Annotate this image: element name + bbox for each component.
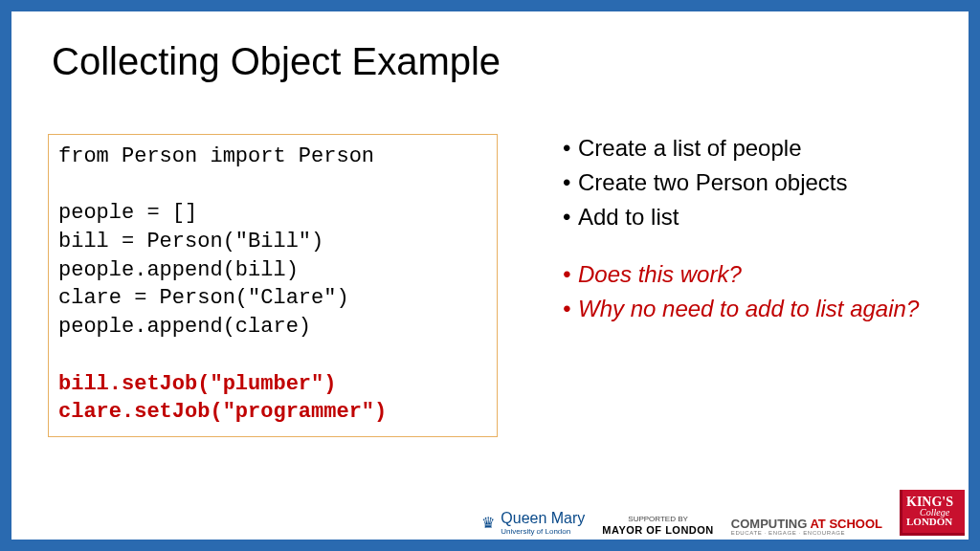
code-line: people = [] bbox=[58, 199, 487, 228]
queen-mary-logo: ♛ Queen Mary University of London bbox=[481, 510, 585, 536]
bullet-dot-icon: • bbox=[557, 168, 578, 197]
code-line-highlight: clare.setJob("programmer") bbox=[58, 398, 487, 427]
mayor-of-london-logo: SUPPORTED BY MAYOR OF LONDON bbox=[602, 516, 714, 536]
bullet-item: • Add to list bbox=[557, 203, 921, 231]
bullet-text: Add to list bbox=[578, 203, 921, 231]
bullet-text: Create a list of people bbox=[578, 134, 921, 163]
crown-icon: ♛ bbox=[481, 514, 495, 532]
bullet-dot-icon: • bbox=[557, 295, 578, 323]
kcl-c: LONDON bbox=[906, 517, 961, 527]
bullet-text: Does this work? bbox=[578, 260, 921, 289]
code-line: bill = Person("Bill") bbox=[58, 228, 487, 256]
code-line: from Person import Person bbox=[58, 143, 487, 171]
bullet-dot-icon: • bbox=[557, 203, 578, 231]
bullet-item-question: • Does this work? bbox=[557, 260, 921, 289]
qm-sub: University of London bbox=[501, 527, 585, 536]
code-line: people.append(clare) bbox=[58, 313, 487, 342]
bullet-dot-icon: • bbox=[557, 134, 578, 163]
code-line: clare = Person("Clare") bbox=[58, 284, 487, 313]
bullet-text: Why no need to add to list again? bbox=[578, 295, 921, 323]
code-line: people.append(bill) bbox=[58, 256, 487, 285]
bullet-spacer bbox=[557, 237, 921, 260]
bullet-item: • Create two Person objects bbox=[557, 168, 921, 197]
code-blank bbox=[58, 171, 487, 200]
computing-at-school-logo: COMPUTING AT SCHOOL EDUCATE · ENGAGE · E… bbox=[731, 518, 882, 536]
mayor-main: MAYOR OF LONDON bbox=[602, 524, 714, 536]
kings-college-logo: KING'S College LONDON bbox=[900, 490, 965, 536]
cas-b: AT SCHOOL bbox=[810, 517, 882, 531]
bullets-list: • Create a list of people • Create two P… bbox=[557, 134, 921, 329]
cas-a: COMPUTING bbox=[731, 517, 811, 531]
slide: Collecting Object Example from Person im… bbox=[11, 11, 969, 540]
code-box: from Person import Person people = [] bi… bbox=[48, 134, 498, 437]
mayor-sup: SUPPORTED BY bbox=[602, 516, 714, 524]
qm-name: Queen Mary bbox=[501, 510, 585, 527]
bullet-dot-icon: • bbox=[557, 260, 578, 289]
code-line-highlight: bill.setJob("plumber") bbox=[58, 370, 487, 399]
bullet-item: • Create a list of people bbox=[557, 134, 921, 163]
bullet-text: Create two Person objects bbox=[578, 168, 921, 197]
logos-row: ♛ Queen Mary University of London SUPPOR… bbox=[481, 490, 965, 536]
bullet-item-question: • Why no need to add to list again? bbox=[557, 295, 921, 323]
code-blank bbox=[58, 342, 487, 370]
slide-title: Collecting Object Example bbox=[52, 40, 501, 83]
